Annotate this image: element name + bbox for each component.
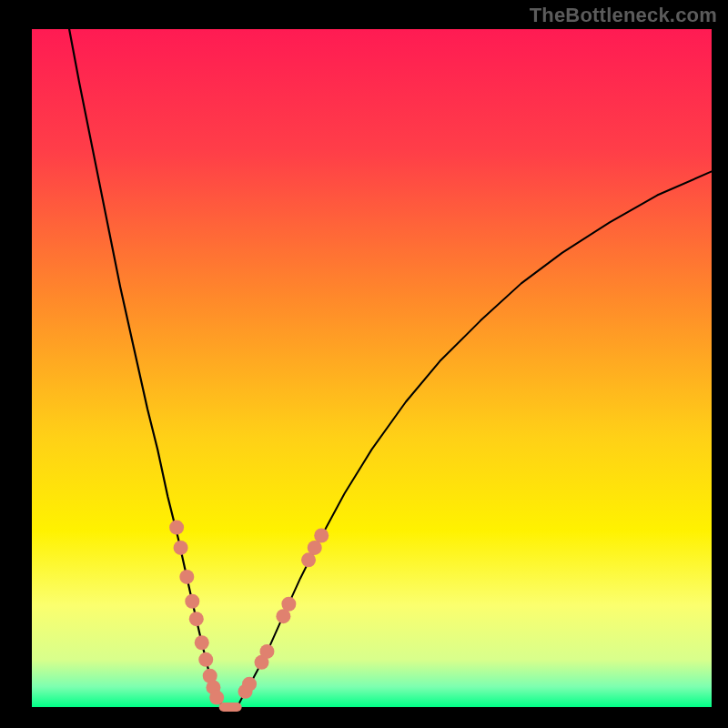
- marker-left-3: [185, 594, 199, 609]
- watermark-text: TheBottleneck.com: [530, 4, 717, 27]
- marker-right-3: [259, 644, 274, 659]
- marker-right-1: [242, 677, 257, 692]
- chart-canvas: [0, 0, 728, 728]
- marker-left-9: [209, 691, 224, 705]
- marker-right-7: [308, 541, 322, 555]
- plot-background: [32, 29, 712, 707]
- marker-right-5: [281, 597, 296, 612]
- chart-frame: TheBottleneck.com: [0, 0, 728, 728]
- marker-left-4: [189, 612, 204, 626]
- marker-left-0: [169, 521, 184, 535]
- marker-right-8: [314, 529, 329, 543]
- marker-left-2: [179, 570, 194, 584]
- marker-left-1: [174, 541, 188, 555]
- marker-left-5: [195, 635, 209, 650]
- marker-left-6: [198, 652, 213, 667]
